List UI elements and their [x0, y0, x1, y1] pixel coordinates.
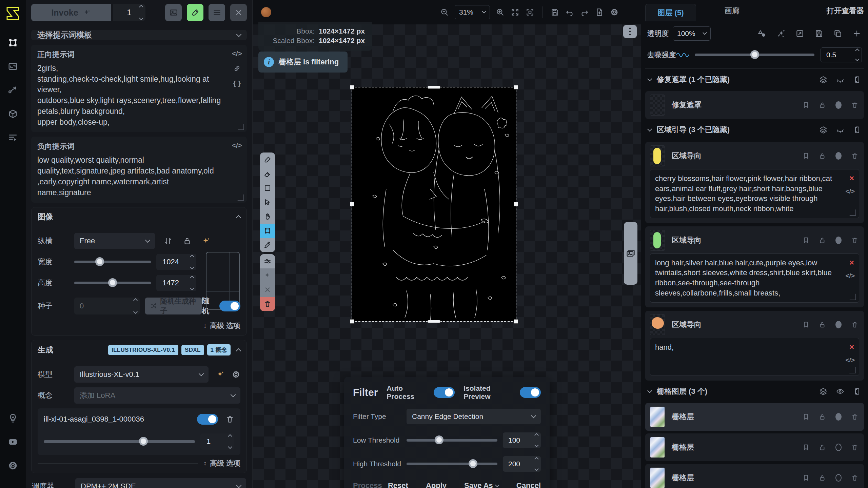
hide-group-icon[interactable] — [835, 75, 845, 84]
apply-button[interactable]: Apply — [426, 481, 447, 488]
iterations-stepper[interactable]: 1 — [113, 4, 145, 21]
decrement-icon[interactable] — [133, 309, 138, 314]
bookmark-icon[interactable] — [802, 320, 810, 329]
bbox-handle-w[interactable] — [350, 202, 354, 206]
code-icon[interactable]: </> — [232, 141, 242, 149]
lock-icon[interactable] — [818, 101, 827, 109]
model-select[interactable]: Illustrious-XL-v0.1 — [74, 366, 209, 383]
increment-icon[interactable] — [534, 457, 539, 461]
fit-bbox-button[interactable] — [522, 5, 537, 19]
process-sparkle-button[interactable] — [260, 268, 275, 283]
increment-icon[interactable] — [855, 48, 860, 53]
invoke-button[interactable]: Invoke — [31, 4, 111, 21]
seed-input[interactable]: 0 — [74, 298, 140, 314]
low-threshold-stepper[interactable]: 100 — [503, 432, 541, 448]
denoise-slider-knob[interactable] — [750, 50, 759, 59]
braces-icon[interactable]: { } — [233, 79, 241, 87]
visibility-dot-icon[interactable] — [834, 473, 843, 482]
random-seed-toggle[interactable] — [219, 301, 240, 311]
lock-icon[interactable] — [818, 473, 827, 482]
new-session-button[interactable] — [592, 5, 607, 19]
add-lora-select[interactable]: 添加 LoRA — [74, 387, 240, 404]
raster-layer-row[interactable]: 栅格层 — [645, 403, 864, 431]
remove-prompt-icon[interactable]: × — [849, 257, 854, 268]
whats-new-button[interactable] — [5, 411, 20, 426]
model-sparkle-icon[interactable] — [216, 370, 225, 379]
regional-layer-row[interactable]: 区域导向 — [650, 314, 859, 335]
visibility-dot-icon[interactable] — [834, 412, 843, 421]
high-threshold-knob[interactable] — [469, 459, 477, 468]
image-mode-button[interactable] — [165, 4, 182, 21]
sidebar-item-workflows[interactable] — [5, 83, 20, 98]
bookmark-icon[interactable] — [802, 236, 810, 245]
raster-layer-row[interactable]: 栅格层 — [645, 433, 864, 461]
canvas-settings-button[interactable] — [607, 5, 622, 19]
bookmark-icon[interactable] — [802, 151, 810, 160]
code-icon[interactable]: </> — [846, 271, 855, 280]
eraser-tool-button[interactable] — [260, 167, 275, 181]
high-threshold-stepper[interactable]: 200 — [503, 456, 541, 472]
regional-layer-row[interactable]: 区域导向 — [650, 145, 859, 166]
decrement-icon[interactable] — [855, 57, 860, 61]
bbox-handle-sw[interactable] — [350, 319, 354, 324]
zoom-in-button[interactable] — [493, 5, 508, 19]
denoise-slider[interactable] — [695, 54, 814, 56]
bookmark-icon[interactable] — [802, 101, 810, 109]
scheduler-select[interactable]: DPM++ 2M SDE — [75, 478, 246, 488]
undo-button[interactable] — [562, 5, 577, 19]
image-advanced-options[interactable]: ↕ 高级 选项 — [203, 321, 240, 330]
width-slider-knob[interactable] — [95, 257, 104, 266]
lora-weight-knob[interactable] — [139, 437, 148, 446]
opacity-select[interactable]: 100% — [673, 26, 711, 41]
chevron-down-icon[interactable] — [647, 127, 652, 131]
visibility-dot-icon[interactable] — [834, 443, 843, 452]
merge-layers-icon[interactable] — [818, 75, 828, 84]
regional-prompt-box[interactable]: hand, × </> — [650, 338, 859, 376]
randomize-seed-button[interactable]: 随机生成种子 — [145, 298, 202, 314]
lock-icon[interactable] — [818, 236, 827, 245]
visibility-dot-icon[interactable] — [834, 320, 843, 329]
merge-layers-icon[interactable] — [818, 387, 828, 396]
decrement-icon[interactable] — [534, 443, 539, 447]
bbox-handle-ne[interactable] — [514, 85, 518, 89]
canvas-context-menu-button[interactable] — [623, 25, 637, 38]
height-slider[interactable] — [74, 282, 151, 284]
menu-button[interactable] — [209, 4, 225, 21]
open-viewer-link[interactable]: 打开查看器 — [827, 6, 864, 16]
rect-tool-button[interactable] — [260, 181, 275, 195]
sidebar-item-canvas[interactable] — [5, 35, 20, 50]
trash-icon[interactable] — [850, 443, 859, 452]
high-threshold-slider[interactable] — [407, 463, 497, 465]
resize-handle-icon[interactable] — [849, 367, 856, 373]
regional-prompt-box[interactable]: long hair,silver hair,blue hair,cute,pur… — [650, 253, 859, 303]
save-layer-button[interactable] — [814, 28, 824, 39]
width-stepper[interactable]: 1024 — [156, 254, 196, 270]
duplicate-layer-button[interactable] — [833, 28, 843, 39]
visibility-dot-icon[interactable] — [834, 151, 843, 160]
bbox-handle-e[interactable] — [514, 202, 518, 206]
remove-prompt-icon[interactable]: × — [849, 173, 854, 184]
height-slider-knob[interactable] — [108, 278, 117, 287]
sidebar-item-upscaling[interactable] — [5, 59, 20, 74]
transform-layer-button[interactable] — [795, 28, 805, 39]
pan-tool-button[interactable] — [260, 209, 275, 224]
chevron-down-icon[interactable] — [647, 77, 652, 81]
decrement-icon[interactable] — [190, 286, 194, 290]
zoom-out-button[interactable] — [437, 5, 452, 19]
bookmark-icon[interactable] — [802, 443, 810, 452]
sidebar-item-queue[interactable] — [5, 130, 20, 145]
bbox-handle-n[interactable] — [428, 86, 440, 89]
prompt-template-selector[interactable]: 选择提示词模板 — [31, 30, 247, 40]
resize-handle-icon[interactable] — [849, 293, 856, 300]
show-group-icon[interactable] — [835, 387, 845, 396]
negative-prompt-text[interactable]: low quality,worst quality,normal quality… — [37, 155, 241, 198]
denoise-stepper[interactable]: 0.5 — [821, 47, 862, 62]
lora-weight-stepper[interactable]: 1 — [200, 433, 234, 450]
lock-aspect-icon[interactable] — [183, 237, 192, 245]
resize-handle-icon[interactable] — [849, 209, 856, 216]
trash-icon[interactable] — [850, 101, 859, 109]
adjustments-button[interactable] — [260, 254, 275, 268]
zoom-level-select[interactable]: 31% — [455, 5, 490, 19]
generation-bbox[interactable] — [352, 87, 516, 321]
collapse-icon[interactable] — [236, 215, 241, 221]
